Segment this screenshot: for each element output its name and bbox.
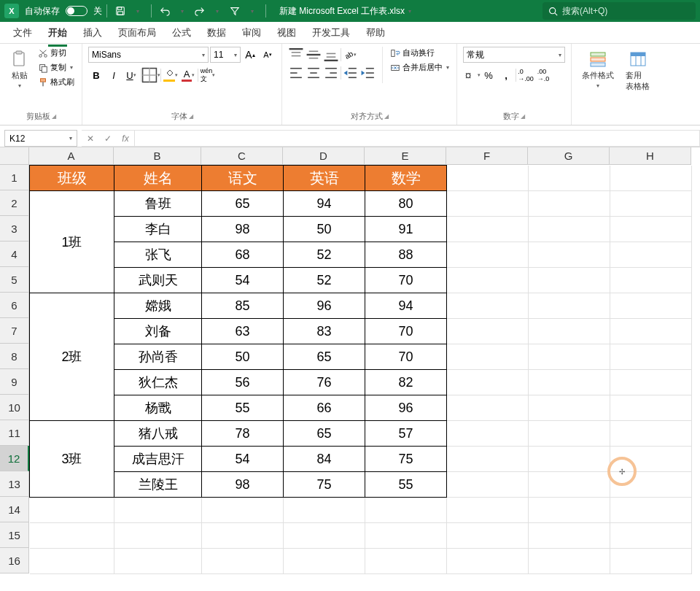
column-header[interactable]: F <box>446 147 528 165</box>
cell[interactable]: 武则天 <box>114 268 202 293</box>
cell[interactable] <box>610 293 692 319</box>
cell[interactable]: 1班 <box>30 191 114 293</box>
cell[interactable] <box>30 523 114 549</box>
fill-color-button[interactable]: ▾ <box>163 67 179 83</box>
conditional-format-button[interactable]: 条件格式 ▾ <box>578 47 618 92</box>
title-dropdown[interactable]: ▾ <box>405 2 415 20</box>
data-table[interactable]: 班级姓名语文英语数学1班鲁班659480李白985091张飞685288武则天5… <box>29 165 692 574</box>
cell[interactable]: 狄仁杰 <box>114 370 202 395</box>
cell[interactable] <box>529 319 610 344</box>
align-bottom-button[interactable] <box>323 47 339 63</box>
cell[interactable]: 75 <box>365 447 447 472</box>
cell[interactable] <box>610 549 692 574</box>
cell[interactable]: 猪八戒 <box>114 421 202 447</box>
row-header[interactable]: 5 <box>0 267 29 293</box>
copy-button[interactable]: 复制▾ <box>36 61 76 74</box>
menu-tab-1[interactable]: 开始 <box>41 23 74 43</box>
cell[interactable] <box>114 523 202 549</box>
menu-tab-8[interactable]: 开发工具 <box>305 23 357 43</box>
save-button[interactable] <box>112 2 129 20</box>
cell[interactable] <box>447 472 529 498</box>
font-name-select[interactable]: MiSans▾ <box>88 47 209 63</box>
cell[interactable]: 57 <box>365 421 447 447</box>
cell[interactable]: 65 <box>202 191 284 217</box>
cell[interactable]: 65 <box>284 344 365 370</box>
cell[interactable]: 82 <box>365 370 447 395</box>
row-header[interactable]: 11 <box>0 420 29 446</box>
cell[interactable]: 98 <box>202 472 284 498</box>
cell[interactable] <box>610 344 692 370</box>
spreadsheet-grid[interactable]: ABCDEFGH12345678910111213141516班级姓名语文英语数… <box>0 147 700 591</box>
column-header[interactable]: D <box>283 147 365 165</box>
cell[interactable] <box>30 549 114 574</box>
save-dropdown[interactable]: ▾ <box>129 2 147 20</box>
cell[interactable] <box>202 498 284 523</box>
row-header[interactable]: 13 <box>0 471 29 497</box>
cell[interactable]: 孙尚香 <box>114 344 202 370</box>
cell[interactable] <box>284 498 365 523</box>
toggle-switch-icon[interactable] <box>66 6 88 16</box>
insert-function-button[interactable]: fx <box>117 131 134 147</box>
bold-button[interactable]: B <box>88 67 104 83</box>
cell[interactable] <box>610 319 692 344</box>
cell[interactable] <box>529 217 610 242</box>
cell[interactable]: 语文 <box>202 166 284 191</box>
cell[interactable]: 76 <box>284 370 365 395</box>
row-header[interactable]: 8 <box>0 344 29 369</box>
cell[interactable]: 英语 <box>284 166 365 191</box>
cell[interactable]: 数学 <box>365 166 447 191</box>
cell[interactable] <box>610 268 692 293</box>
cell[interactable] <box>610 370 692 395</box>
cell[interactable]: 63 <box>202 319 284 344</box>
cell[interactable] <box>447 421 529 447</box>
cell[interactable]: 70 <box>365 268 447 293</box>
orientation-button[interactable]: ab▾ <box>343 47 359 63</box>
search-input[interactable]: 搜索(Alt+Q) <box>542 2 696 20</box>
cell[interactable] <box>610 217 692 242</box>
cell[interactable]: 2班 <box>30 293 114 421</box>
cell[interactable] <box>447 293 529 319</box>
cell[interactable]: 94 <box>284 191 365 217</box>
redo-button[interactable] <box>191 2 209 20</box>
cell[interactable]: 91 <box>365 217 447 242</box>
column-header[interactable]: A <box>29 147 114 165</box>
cell[interactable] <box>447 319 529 344</box>
cancel-formula-button[interactable]: ✕ <box>82 131 99 147</box>
row-header[interactable]: 14 <box>0 497 29 522</box>
cell[interactable] <box>447 166 529 191</box>
select-all-corner[interactable] <box>0 147 29 165</box>
cell[interactable] <box>447 523 529 549</box>
number-dialog-launcher[interactable]: ◢ <box>521 113 525 120</box>
cell[interactable]: 50 <box>284 217 365 242</box>
cell[interactable]: 78 <box>202 421 284 447</box>
cell[interactable]: 李白 <box>114 217 202 242</box>
row-header[interactable]: 15 <box>0 522 29 548</box>
cell[interactable] <box>529 421 610 447</box>
column-header[interactable]: H <box>610 147 691 165</box>
cell[interactable]: 70 <box>365 344 447 370</box>
cell[interactable]: 55 <box>365 472 447 498</box>
cell[interactable] <box>529 395 610 421</box>
cell[interactable]: 嫦娥 <box>114 293 202 319</box>
cell[interactable] <box>529 191 610 217</box>
cell[interactable] <box>365 523 447 549</box>
menu-tab-3[interactable]: 页面布局 <box>111 23 163 43</box>
borders-button[interactable]: ▾ <box>143 67 159 83</box>
cell[interactable] <box>529 447 610 472</box>
cell[interactable] <box>365 549 447 574</box>
cell[interactable]: 68 <box>202 242 284 268</box>
undo-dropdown[interactable]: ▾ <box>174 2 191 20</box>
column-header[interactable]: B <box>114 147 201 165</box>
number-format-select[interactable]: 常规▾ <box>463 47 565 63</box>
accounting-format-button[interactable]: ¤▾ <box>463 67 479 83</box>
cell[interactable]: 姓名 <box>114 166 202 191</box>
cell[interactable] <box>365 498 447 523</box>
font-size-select[interactable]: 11▾ <box>210 47 241 63</box>
cell[interactable] <box>447 370 529 395</box>
percent-format-button[interactable]: % <box>481 67 497 83</box>
decrease-decimal-button[interactable]: .00→.0 <box>535 67 551 83</box>
cell[interactable]: 66 <box>284 395 365 421</box>
cell[interactable]: 94 <box>365 293 447 319</box>
cell[interactable]: 52 <box>284 242 365 268</box>
cell[interactable] <box>447 447 529 472</box>
